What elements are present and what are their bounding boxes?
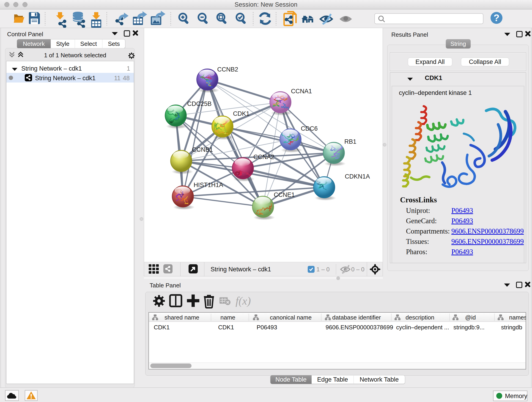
- svg-text:HIST1H1A: HIST1H1A: [194, 182, 223, 188]
- svg-text:RB1: RB1: [344, 138, 356, 145]
- svg-text:shared name: shared name: [165, 314, 199, 321]
- svg-text:CCNA1: CCNA1: [291, 88, 312, 95]
- svg-text:CCNA2: CCNA2: [253, 153, 274, 160]
- svg-text:CDKN1A: CDKN1A: [345, 173, 370, 180]
- svg-text:namespace: namespace: [509, 314, 526, 321]
- svg-text:CDC6: CDC6: [301, 125, 318, 132]
- svg-text:description: description: [405, 314, 434, 321]
- svg-text:database identifier: database identifier: [332, 314, 381, 321]
- svg-text:canonical name: canonical name: [270, 314, 312, 321]
- svg-text:f(x): f(x): [235, 295, 251, 307]
- svg-text:CDK1: CDK1: [233, 110, 249, 117]
- svg-text:?: ?: [494, 12, 500, 23]
- svg-text:name: name: [220, 314, 235, 321]
- svg-text:CCNB1: CCNB1: [192, 146, 213, 153]
- svg-text:CCNE1: CCNE1: [274, 191, 295, 198]
- svg-text:CCNB2: CCNB2: [217, 66, 238, 73]
- svg-text:@id: @id: [465, 314, 476, 321]
- svg-text:CDC25B: CDC25B: [187, 100, 212, 107]
